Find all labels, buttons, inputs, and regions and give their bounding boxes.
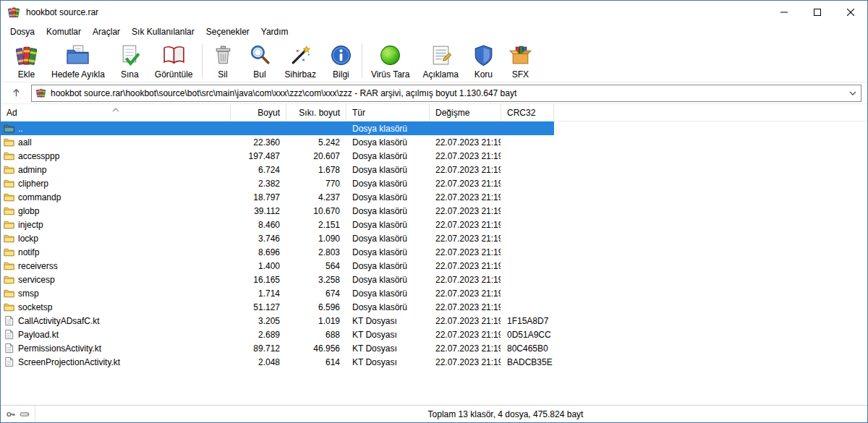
file-name: lockp — [18, 234, 38, 244]
winrar-app-icon — [7, 6, 20, 19]
file-packed-size: 1.090 — [286, 231, 346, 245]
maximize-button[interactable] — [801, 1, 834, 24]
file-row-smsp[interactable]: smsp1.714674Dosya klasörü22.07.2023 21:1… — [1, 286, 554, 300]
toolbar-button-a-klama[interactable]: Açıklama — [416, 41, 464, 82]
file-packed-size: 2.151 — [286, 218, 346, 231]
file-name-cell: clipherp — [1, 176, 231, 190]
toolbar-button-label: Açıklama — [422, 69, 458, 80]
folder-icon — [4, 164, 14, 175]
toolbar-button-label: Ekle — [18, 69, 35, 80]
toolbar-button-s-na[interactable]: Sına — [111, 41, 148, 82]
column-header-s-k-boyut[interactable]: Sıkı. boyut — [286, 104, 346, 121]
toolbar-button-label: SFX — [512, 69, 529, 80]
menu-item-komutlar[interactable]: Komutlar — [41, 25, 87, 38]
file-modified: 22.07.2023 21:19 — [430, 300, 501, 314]
toolbar-button-ekle[interactable]: Ekle — [8, 41, 45, 82]
file-crc32 — [501, 190, 554, 204]
add-archive-icon — [14, 43, 38, 67]
toolbar-button-koru[interactable]: Koru — [465, 41, 502, 82]
file-type: KT Dosyası — [346, 328, 430, 341]
file-crc32 — [501, 135, 554, 149]
toolbar-button-sil[interactable]: Sil — [205, 41, 242, 82]
file-crc32 — [501, 300, 554, 314]
file-name-cell: Payload.kt — [1, 328, 231, 341]
toolbar-button-bilgi[interactable]: Bilgi — [323, 41, 359, 82]
column-header-de-i-me[interactable]: Değişme — [430, 104, 501, 121]
file-packed-size: 1.678 — [286, 163, 346, 176]
toolbar-button-sfx[interactable]: SFX — [502, 41, 539, 82]
up-directory-button[interactable] — [8, 85, 24, 101]
toolbar-button-vir-s-tara[interactable]: Virüs Tara — [365, 41, 417, 82]
file-row-payload-kt[interactable]: Payload.kt2.689688KT Dosyası22.07.2023 2… — [1, 328, 554, 341]
file-row-globp[interactable]: globp39.11210.670Dosya klasörü22.07.2023… — [1, 204, 554, 218]
find-icon — [248, 43, 272, 67]
file-name-cell: aall — [1, 135, 231, 149]
comment-icon — [429, 43, 453, 67]
file-modified: 22.07.2023 21:19 — [430, 245, 501, 259]
file-size: 1.400 — [231, 259, 286, 273]
file-row-callactivityadsafc-kt[interactable]: CallActivityADsafC.kt3.2051.019KT Dosyas… — [1, 314, 554, 328]
file-row-aall[interactable]: aall22.3605.242Dosya klasörü22.07.2023 2… — [1, 135, 554, 149]
file-row-receiverss[interactable]: receiverss1.400564Dosya klasörü22.07.202… — [1, 259, 554, 273]
toolbar-button-sihirbaz[interactable]: Sihirbaz — [278, 41, 323, 82]
file-modified: 22.07.2023 21:19 — [430, 341, 501, 355]
window-controls — [767, 1, 867, 24]
test-icon — [118, 43, 142, 67]
menu-item-dosya[interactable]: Dosya — [4, 25, 41, 38]
view-icon — [162, 43, 186, 67]
column-header-ad[interactable]: Ad — [1, 104, 231, 121]
file-name-cell: globp — [1, 204, 231, 218]
file-row-notifp[interactable]: notifp8.6962.803Dosya klasörü22.07.2023 … — [1, 245, 554, 259]
toolbar: EkleHedefe AyıklaSınaGörüntüleSilBulSihi… — [1, 39, 867, 82]
file-row-adminp[interactable]: adminp6.7241.678Dosya klasörü22.07.2023 … — [1, 163, 554, 176]
toolbar-button-hedefe-ay-kla[interactable]: Hedefe Ayıkla — [45, 41, 111, 82]
file-type: Dosya klasörü — [346, 245, 430, 259]
file-size: 3.205 — [231, 314, 286, 328]
close-button[interactable] — [834, 1, 867, 24]
column-header-boyut[interactable]: Boyut — [231, 104, 286, 121]
file-packed-size: 674 — [286, 286, 346, 300]
toolbar-button-label: Bul — [253, 69, 265, 80]
file-row-socketsp[interactable]: socketsp51.1276.596Dosya klasörü22.07.20… — [1, 300, 554, 314]
column-header-t-r[interactable]: Tür — [346, 104, 430, 121]
combobox-dropdown-button[interactable] — [846, 86, 859, 101]
file-packed-size — [286, 121, 346, 135]
file-row-permissionsactivity-kt[interactable]: PermissionsActivity.kt89.71246.956KT Dos… — [1, 341, 554, 355]
file-row-commandp[interactable]: commandp18.7974.237Dosya klasörü22.07.20… — [1, 190, 554, 204]
file-name: smsp — [18, 289, 39, 299]
file-row-injectp[interactable]: injectp8.4602.151Dosya klasörü22.07.2023… — [1, 218, 554, 231]
menu-item-se-enekler[interactable]: Seçenekler — [200, 25, 255, 38]
file-name: CallActivityADsafC.kt — [18, 316, 100, 326]
file-row-servicesp[interactable]: servicesp16.1653.258Dosya klasörü22.07.2… — [1, 273, 554, 286]
file-crc32 — [501, 149, 554, 163]
file-row-screenprojectionactivity-kt[interactable]: ScreenProjectionActivity.kt2.048614KT Do… — [1, 355, 554, 369]
file-size: 39.112 — [231, 204, 286, 218]
delete-icon — [211, 43, 235, 67]
file-name: PermissionsActivity.kt — [18, 343, 101, 354]
file-name-cell: .. — [1, 121, 231, 135]
maximize-icon — [814, 9, 821, 16]
up-folder-icon — [4, 123, 14, 134]
toolbar-button-bul[interactable]: Bul — [242, 41, 278, 82]
winrar-archive-icon — [35, 87, 46, 98]
file-row-clipherp[interactable]: clipherp2.382770Dosya klasörü22.07.2023 … — [1, 176, 554, 190]
title-bar: hookbot source.rar — [1, 1, 867, 24]
file-modified: 22.07.2023 21:19 — [430, 176, 501, 190]
toolbar-button-g-r-nt-le[interactable]: Görüntüle — [148, 41, 200, 82]
minimize-button[interactable] — [767, 1, 801, 24]
menu-item-s-k-kullan-lanlar[interactable]: Sık Kullanılanlar — [126, 25, 200, 38]
file-modified: 22.07.2023 21:19 — [430, 135, 501, 149]
file-name-cell: lockp — [1, 231, 231, 245]
path-combobox[interactable]: hookbot source.rar\hookbot\source\bot\sr… — [31, 85, 861, 102]
file-name: Payload.kt — [18, 330, 59, 340]
file-row-parent-directory[interactable]: ..Dosya klasörü — [1, 121, 554, 135]
file-crc32 — [501, 245, 554, 259]
menu-item-yard-m[interactable]: Yardım — [255, 25, 294, 38]
menu-item-ara-lar[interactable]: Araçlar — [87, 25, 126, 38]
column-header-crc32[interactable]: CRC32 — [501, 104, 554, 121]
file-row-lockp[interactable]: lockp3.7461.090Dosya klasörü22.07.2023 2… — [1, 231, 554, 245]
archive-path: hookbot source.rar\hookbot\source\bot\sr… — [51, 88, 842, 98]
file-size: 8.460 — [231, 218, 286, 231]
file-row-accessppp[interactable]: accessppp197.48720.607Dosya klasörü22.07… — [1, 149, 554, 163]
file-name-cell: smsp — [1, 286, 231, 300]
